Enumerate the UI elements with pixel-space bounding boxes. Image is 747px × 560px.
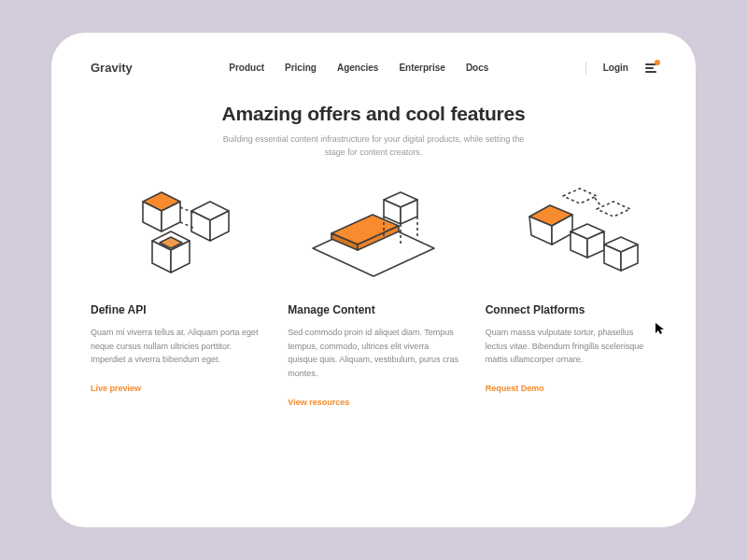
primary-nav: Product Pricing Agencies Enterprise Docs: [229, 63, 488, 73]
hamburger-menu-icon[interactable]: [645, 63, 656, 73]
svg-line-24: [595, 198, 600, 205]
nav-agencies[interactable]: Agencies: [337, 63, 378, 73]
nav-pricing[interactable]: Pricing: [285, 63, 317, 73]
notification-dot-icon: [655, 60, 660, 65]
platform-icon: [288, 178, 458, 290]
feature-define-api: Define API Quam mi viverra tellus at. Al…: [91, 178, 261, 409]
connect-icon: [486, 178, 656, 290]
header-divider: [585, 62, 586, 75]
svg-marker-22: [563, 189, 597, 203]
hero-title: Amazing offers and cool features: [91, 103, 656, 125]
app-window: Gravity Product Pricing Agencies Enterpr…: [51, 33, 696, 527]
nav-docs[interactable]: Docs: [466, 63, 488, 73]
nav-enterprise[interactable]: Enterprise: [399, 63, 444, 73]
svg-line-6: [180, 207, 193, 213]
view-resources-link[interactable]: View resources: [288, 398, 349, 407]
feature-body: Quam massa vulputate tortor, phasellus l…: [486, 326, 656, 368]
feature-manage-content: Manage Content Sed commodo proin id aliq…: [288, 178, 458, 409]
login-link[interactable]: Login: [603, 63, 628, 73]
feature-title: Define API: [91, 303, 261, 316]
svg-marker-23: [597, 202, 630, 217]
live-preview-link[interactable]: Live preview: [91, 384, 141, 393]
nav-product[interactable]: Product: [229, 63, 264, 73]
header: Gravity Product Pricing Agencies Enterpr…: [91, 61, 656, 75]
features-row: Define API Quam mi viverra tellus at. Al…: [91, 178, 656, 409]
feature-body: Quam mi viverra tellus at. Aliquam porta…: [91, 326, 261, 368]
brand-logo[interactable]: Gravity: [91, 61, 133, 75]
cubes-icon: [91, 178, 261, 290]
header-right: Login: [585, 62, 656, 75]
feature-title: Connect Platforms: [486, 303, 656, 316]
request-demo-link[interactable]: Request Demo: [486, 384, 544, 393]
hero-subtitle: Building essential content infrastructur…: [215, 133, 532, 160]
feature-body: Sed commodo proin id aliquet diam. Tempu…: [288, 326, 458, 381]
hero-section: Amazing offers and cool features Buildin…: [91, 103, 656, 160]
feature-title: Manage Content: [288, 303, 458, 316]
feature-connect-platforms: Connect Platforms Quam massa vulputate t…: [486, 178, 656, 409]
